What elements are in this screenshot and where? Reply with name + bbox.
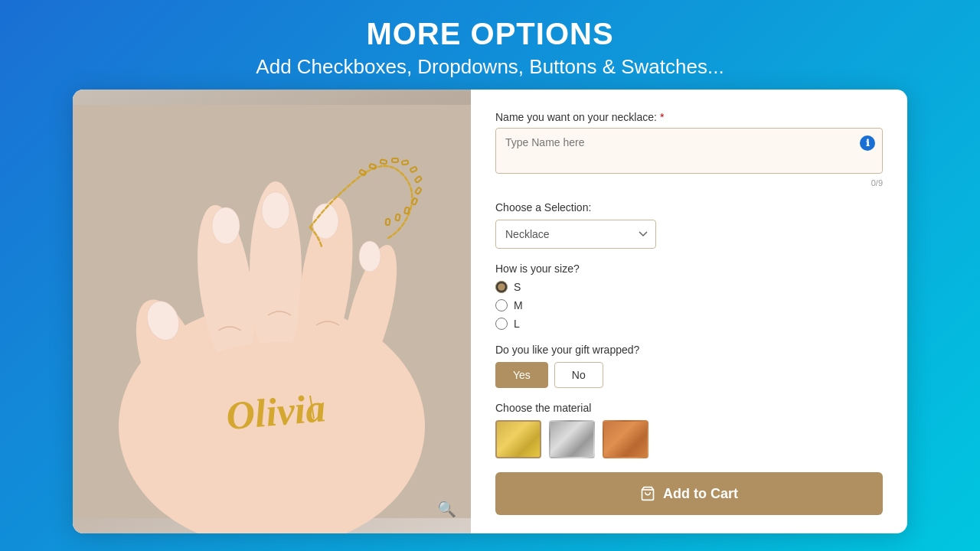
gift-no-button[interactable]: No	[554, 362, 603, 388]
svg-point-9	[262, 192, 289, 229]
size-option-m[interactable]: M	[495, 299, 883, 311]
name-field-group: Name you want on your necklace: * ℹ 0/9	[495, 111, 883, 187]
material-field-group: Choose the material	[495, 402, 883, 458]
swatch-silver[interactable]	[549, 420, 595, 458]
product-image-placeholder: Olivia	[73, 90, 471, 533]
svg-point-7	[142, 342, 417, 526]
selection-field-group: Choose a Selection: Necklace Bracelet Ri…	[495, 201, 883, 249]
size-option-l[interactable]: L	[495, 318, 883, 330]
swatch-rose-gold[interactable]	[603, 420, 648, 458]
options-section: Name you want on your necklace: * ℹ 0/9 …	[471, 90, 907, 533]
cart-icon	[640, 486, 655, 501]
gift-yes-button[interactable]: Yes	[495, 362, 548, 388]
size-field-group: How is your size? S M L	[495, 262, 883, 330]
svg-point-11	[359, 241, 381, 272]
zoom-icon[interactable]: 🔍	[437, 500, 460, 523]
swatch-gold[interactable]	[495, 420, 541, 458]
header-title: MORE OPTIONS	[256, 17, 724, 51]
gift-button-group: Yes No	[495, 362, 883, 388]
size-label: How is your size?	[495, 262, 883, 275]
product-card: Olivia	[73, 90, 907, 533]
size-radio-m[interactable]	[495, 299, 508, 311]
selection-dropdown[interactable]: Necklace Bracelet Ring	[495, 220, 656, 249]
product-illustration: Olivia	[73, 90, 471, 533]
size-radio-group: S M L	[495, 281, 883, 330]
page-header: MORE OPTIONS Add Checkboxes, Dropdowns, …	[256, 0, 724, 90]
size-radio-s[interactable]	[495, 281, 508, 293]
selection-label: Choose a Selection:	[495, 201, 883, 214]
add-to-cart-label: Add to Cart	[663, 486, 738, 502]
size-option-s[interactable]: S	[495, 281, 883, 293]
name-field-label: Name you want on your necklace: *	[495, 111, 883, 123]
gift-field-group: Do you like your gift wrapped? Yes No	[495, 344, 883, 388]
add-to-cart-button[interactable]: Add to Cart	[495, 472, 883, 515]
gift-label: Do you like your gift wrapped?	[495, 344, 883, 356]
svg-text:Olivia: Olivia	[224, 386, 327, 438]
svg-point-8	[212, 207, 240, 244]
size-radio-l[interactable]	[495, 318, 508, 330]
product-image-section: Olivia	[73, 90, 471, 533]
char-count: 0/9	[495, 178, 883, 187]
name-textarea[interactable]	[495, 128, 883, 174]
header-subtitle: Add Checkboxes, Dropdowns, Buttons & Swa…	[256, 55, 724, 79]
info-icon[interactable]: ℹ	[860, 135, 875, 151]
required-indicator: *	[660, 111, 664, 123]
textarea-wrapper: ℹ	[495, 128, 883, 177]
material-label: Choose the material	[495, 402, 883, 414]
swatches-group	[495, 420, 883, 458]
